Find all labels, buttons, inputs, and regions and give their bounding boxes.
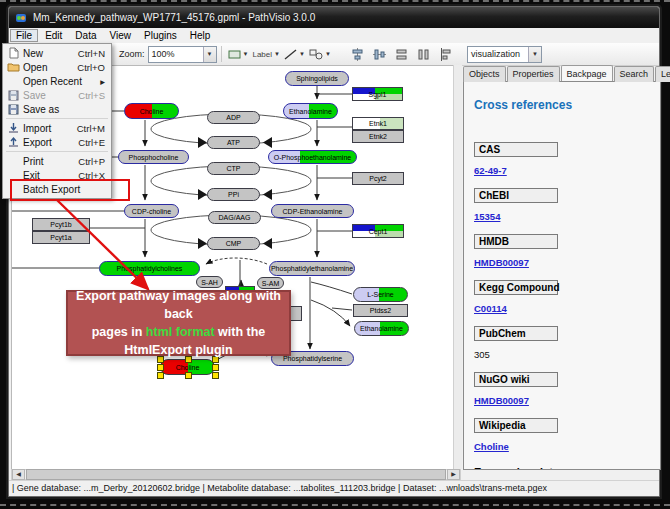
selection-handle[interactable] xyxy=(212,364,219,371)
node-label: ATP xyxy=(227,139,240,146)
node-label: Phosphocholine xyxy=(129,154,179,161)
open-folder-icon xyxy=(3,62,23,72)
node-etnk2[interactable]: Etnk2 xyxy=(352,130,404,143)
node-label: Sphingolipids xyxy=(296,75,338,82)
callout-line1: Export pathway images along with back xyxy=(68,287,289,323)
menu-item-label: Export xyxy=(23,137,78,148)
node-dag-aag[interactable]: DAG/AAG xyxy=(208,211,261,224)
menu-item-label: Print xyxy=(23,156,78,167)
node-label: S-AH xyxy=(201,279,218,286)
node-label: O-Phosphoethanolamine xyxy=(274,154,351,161)
node-label: DAG/AAG xyxy=(219,214,251,221)
node-pcyt1b[interactable]: Pcyt1b xyxy=(32,218,90,231)
node-label: Phosphatidylcholines xyxy=(117,265,183,272)
menu-shortcut: Ctrl+M xyxy=(77,123,111,134)
node-label: Cept1 xyxy=(369,228,388,235)
node-ethanolamine[interactable]: Ethanolamine xyxy=(283,103,338,119)
menu-shortcut: Ctrl+N xyxy=(78,48,111,59)
callout-line2: pages in html format with the xyxy=(92,323,266,341)
node-pcyt1a[interactable]: Pcyt1a xyxy=(32,231,90,244)
menu-separator xyxy=(6,118,108,119)
node-cmp[interactable]: CMP xyxy=(207,237,260,250)
node-label: Pcyt1a xyxy=(50,234,71,241)
node-adp[interactable]: ADP xyxy=(207,111,260,124)
node-label: Sgpl1 xyxy=(369,91,387,98)
menu-item-label: Import xyxy=(23,123,77,134)
save-as-icon xyxy=(3,104,23,115)
node-cdp-choline[interactable]: CDP-choline xyxy=(124,204,179,218)
selection-handle[interactable] xyxy=(185,372,192,379)
node-label: Choline xyxy=(176,364,200,371)
file-menu-item-import[interactable]: ImportCtrl+M xyxy=(3,121,111,135)
node-atp[interactable]: ATP xyxy=(207,136,260,149)
node-l-serine[interactable]: L-Serine xyxy=(353,287,408,302)
node-choline[interactable]: Choline xyxy=(124,103,179,119)
file-menu-item-open-recent[interactable]: Open Recent▸ xyxy=(3,74,111,88)
node-label: CDP-choline xyxy=(132,208,171,215)
node-phosphatidylcholines[interactable]: Phosphatidylcholines xyxy=(99,261,200,276)
node-phosphatidylethanolamine[interactable]: Phosphatidylethanolamine xyxy=(269,261,355,276)
node-label: ADP xyxy=(226,114,240,121)
batch-export-annotation-rect xyxy=(10,179,130,201)
node-etnk1[interactable]: Etnk1 xyxy=(352,117,404,130)
file-menu-item-new[interactable]: NewCtrl+N xyxy=(3,46,111,60)
screenshot-root: Mm_Kennedy_pathway_WP1771_45176.gpml - P… xyxy=(0,0,670,509)
node-cdp-ethanolamine[interactable]: CDP-Ethanolamine xyxy=(271,204,354,218)
file-menu-item-open[interactable]: OpenCtrl+O xyxy=(3,60,111,74)
node-o-phosphoethanolamine[interactable]: O-Phosphoethanolamine xyxy=(268,150,357,164)
node-label: Pcyt2 xyxy=(369,175,387,182)
selection-handle[interactable] xyxy=(212,372,219,379)
node-label: Ethanolamine xyxy=(360,325,403,332)
node-label: PPi xyxy=(228,191,239,198)
node-label: Ptdss2 xyxy=(370,307,391,314)
node-ctp[interactable]: CTP xyxy=(207,162,260,175)
node-ppi[interactable]: PPi xyxy=(207,188,260,201)
callout-line3: HtmlExport plugin xyxy=(124,341,232,359)
node-phosphocholine[interactable]: Phosphocholine xyxy=(118,150,189,164)
node-sgpl1[interactable]: Sgpl1 xyxy=(352,87,403,101)
node-label: CTP xyxy=(227,165,241,172)
menu-item-label: Save as xyxy=(23,104,105,115)
selection-handle[interactable] xyxy=(157,372,164,379)
menu-shortcut: Ctrl+E xyxy=(78,137,111,148)
node-cept1[interactable]: Cept1 xyxy=(352,224,404,238)
node-label: Phosphatidylethanolamine xyxy=(271,265,353,272)
menu-item-label: Open Recent xyxy=(23,76,100,87)
node-ptdss2[interactable]: Ptdss2 xyxy=(353,304,408,317)
node-label: S-AM xyxy=(262,280,280,287)
node-label: CDP-Ethanolamine xyxy=(283,208,343,215)
menu-shortcut: Ctrl+S xyxy=(78,90,111,101)
file-menu-item-export[interactable]: ExportCtrl+E xyxy=(3,135,111,149)
menu-item-label: Save xyxy=(23,90,78,101)
file-menu-dropdown: NewCtrl+NOpenCtrl+OOpen Recent▸SaveCtrl+… xyxy=(2,43,112,199)
node-label: Choline xyxy=(140,108,164,115)
node-choline-selected[interactable]: Choline xyxy=(160,359,215,375)
new-file-icon xyxy=(3,47,23,59)
node-sphingolipids[interactable]: Sphingolipids xyxy=(285,71,349,86)
import-icon xyxy=(3,122,23,134)
annotation-callout: Export pathway images along with back pa… xyxy=(66,290,291,356)
save-icon xyxy=(3,90,23,101)
submenu-arrow-icon: ▸ xyxy=(100,76,111,87)
node-label: Pcyt1b xyxy=(50,221,71,228)
file-menu-item-save-as[interactable]: Save as xyxy=(3,102,111,116)
menu-shortcut: Ctrl+P xyxy=(78,156,111,167)
node-label: L-Serine xyxy=(367,291,393,298)
menu-item-label: Open xyxy=(23,62,77,73)
callout-highlight: html format xyxy=(146,325,215,339)
file-menu-item-save[interactable]: SaveCtrl+S xyxy=(3,88,111,102)
node-label: Ethanolamine xyxy=(289,108,332,115)
node-label: Phosphatidylserine xyxy=(283,355,342,362)
selection-handle[interactable] xyxy=(157,364,164,371)
node-pcyt2[interactable]: Pcyt2 xyxy=(352,172,404,185)
export-icon xyxy=(3,136,23,148)
menu-item-label: New xyxy=(23,48,78,59)
menu-shortcut: Ctrl+O xyxy=(77,62,111,73)
node-label: CMP xyxy=(226,240,242,247)
node-label: Etnk2 xyxy=(369,133,387,140)
node-ethanolamine[interactable]: Ethanolamine xyxy=(354,321,409,336)
file-menu-item-print[interactable]: PrintCtrl+P xyxy=(3,154,111,168)
menu-separator xyxy=(6,151,108,152)
node-label: Etnk1 xyxy=(369,120,387,127)
